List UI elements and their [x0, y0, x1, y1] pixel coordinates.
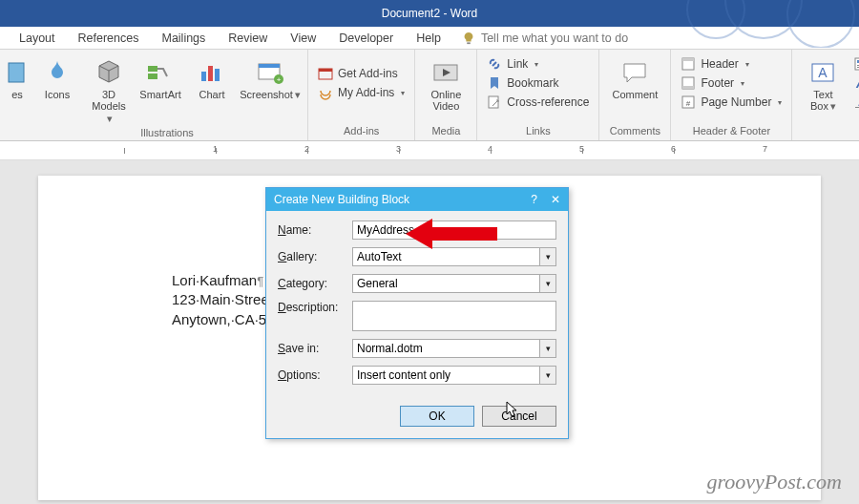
- screenshot-button[interactable]: + Screenshot▾: [241, 53, 300, 101]
- get-addins-button[interactable]: Get Add-ins: [316, 65, 407, 82]
- store-icon: [318, 66, 333, 81]
- category-label: Category:: [278, 277, 346, 290]
- svg-rect-19: [682, 58, 694, 61]
- watermark: groovyPost.com: [706, 470, 842, 494]
- chevron-down-icon[interactable]: ▾: [539, 247, 556, 266]
- svg-rect-7: [201, 72, 206, 81]
- wordart-icon: A: [853, 75, 859, 91]
- svg-point-2: [787, 0, 854, 48]
- bookmark-icon: [487, 75, 502, 91]
- svg-text:+: +: [277, 75, 282, 84]
- tab-references[interactable]: References: [67, 28, 151, 49]
- svg-rect-34: [855, 107, 859, 108]
- footer-icon: [681, 75, 696, 91]
- group-comments: Comment Comments: [599, 50, 671, 140]
- wordart-button[interactable]: A WordArt: [851, 74, 859, 92]
- dialog-titlebar[interactable]: Create New Building Block ? ✕: [266, 188, 568, 211]
- gallery-label: Gallery:: [278, 250, 346, 263]
- svg-rect-4: [9, 63, 24, 82]
- smartart-button[interactable]: SmartArt: [137, 53, 183, 101]
- help-button[interactable]: ?: [531, 193, 537, 206]
- screenshot-icon: +: [255, 57, 285, 88]
- footer-button[interactable]: Footer▾: [679, 74, 784, 92]
- cube-icon: [94, 57, 124, 88]
- ok-button[interactable]: OK: [400, 406, 474, 427]
- group-media: Online Video Media: [415, 50, 477, 140]
- chevron-down-icon[interactable]: ▾: [539, 366, 556, 385]
- savein-select[interactable]: [352, 339, 539, 358]
- titlebar-decoration: [659, 0, 859, 48]
- options-label: Options:: [278, 368, 346, 382]
- ruler[interactable]: 1 2 3 4 5 6 7: [0, 141, 859, 160]
- name-input[interactable]: [352, 220, 556, 240]
- doc-title: Document2 - Word: [382, 7, 477, 20]
- options-select[interactable]: [352, 366, 539, 385]
- cross-reference-button[interactable]: Cross-reference: [485, 94, 591, 111]
- quick-parts-button[interactable]: Quick Pa: [851, 55, 859, 73]
- bookmark-button[interactable]: Bookmark: [485, 74, 591, 92]
- svg-text:#: #: [686, 99, 691, 108]
- savein-label: Save in:: [278, 342, 346, 355]
- svg-rect-6: [148, 74, 157, 79]
- titlebar: Document2 - Word: [0, 0, 859, 27]
- addins-icon: [318, 85, 333, 100]
- comment-button[interactable]: Comment: [607, 53, 662, 101]
- group-links: Link▾ Bookmark Cross-reference Links: [477, 50, 599, 140]
- svg-rect-3: [467, 42, 471, 44]
- tab-developer[interactable]: Developer: [327, 28, 405, 49]
- video-icon: [430, 57, 461, 88]
- chevron-down-icon[interactable]: ▾: [539, 274, 556, 293]
- tab-mailings[interactable]: Mailings: [150, 28, 217, 49]
- link-icon: [487, 56, 502, 72]
- tab-help[interactable]: Help: [405, 28, 452, 49]
- dialog-title: Create New Building Block: [274, 193, 409, 206]
- gallery-select[interactable]: [352, 247, 539, 266]
- text-box-button[interactable]: A Text Box▾: [800, 53, 846, 112]
- comment-icon: [619, 57, 650, 88]
- category-select[interactable]: [352, 274, 539, 293]
- drop-cap-button[interactable]: A Drop Cap: [851, 94, 859, 111]
- chevron-down-icon[interactable]: ▾: [539, 339, 556, 358]
- dropcap-icon: A: [853, 94, 859, 110]
- svg-rect-9: [215, 69, 220, 81]
- quickparts-icon: [853, 56, 859, 72]
- header-button[interactable]: Header▾: [679, 55, 784, 73]
- chart-button[interactable]: Chart: [189, 53, 235, 101]
- building-block-dialog: Create New Building Block ? ✕ Name: Gall…: [265, 187, 569, 439]
- svg-rect-5: [148, 66, 157, 72]
- my-addins-button[interactable]: My Add-ins▾: [316, 84, 407, 101]
- description-label: Description:: [278, 301, 346, 314]
- cancel-button[interactable]: Cancel: [482, 406, 556, 427]
- group-illustrations: Icons 3D Models▾ SmartArt Chart + Screen…: [27, 50, 308, 140]
- svg-point-0: [687, 0, 744, 38]
- icons-button[interactable]: Icons: [34, 53, 80, 101]
- ribbon: es Icons 3D Models▾ SmartArt Chart +: [0, 50, 859, 141]
- smartart-icon: [145, 57, 176, 88]
- close-button[interactable]: ✕: [551, 193, 560, 206]
- icons-icon: [42, 57, 73, 88]
- lightbulb-icon: [462, 32, 475, 45]
- pictures-button-partial[interactable]: es: [8, 53, 27, 101]
- tab-review[interactable]: Review: [217, 28, 279, 49]
- svg-point-1: [725, 0, 802, 38]
- tab-view[interactable]: View: [279, 28, 327, 49]
- xref-icon: [487, 94, 502, 110]
- tab-layout[interactable]: Layout: [8, 28, 67, 49]
- textbox-icon: A: [807, 57, 838, 88]
- svg-rect-11: [259, 64, 280, 68]
- svg-text:A: A: [855, 75, 859, 91]
- 3d-models-button[interactable]: 3D Models▾: [86, 53, 132, 125]
- tell-me[interactable]: Tell me what you want to do: [462, 32, 628, 45]
- group-addins: Get Add-ins My Add-ins▾ Add-ins: [308, 50, 415, 140]
- group-text: A Text Box▾ Quick Pa A WordArt A Drop Ca…: [792, 50, 859, 140]
- svg-rect-21: [682, 86, 694, 89]
- description-input[interactable]: [352, 301, 556, 331]
- svg-rect-8: [208, 66, 213, 81]
- name-label: Name:: [278, 223, 346, 237]
- page-number-button[interactable]: # Page Number▾: [679, 94, 784, 111]
- online-video-button[interactable]: Online Video: [423, 53, 469, 112]
- link-button[interactable]: Link▾: [485, 55, 591, 73]
- svg-rect-15: [319, 69, 332, 72]
- header-icon: [681, 56, 696, 72]
- group-header-footer: Header▾ Footer▾ # Page Number▾ Header & …: [671, 50, 792, 140]
